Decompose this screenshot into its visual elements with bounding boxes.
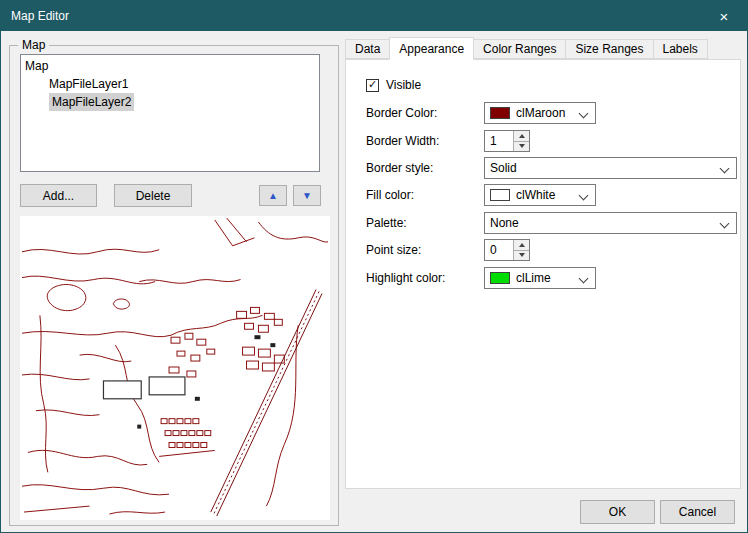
spin-down-icon [519, 253, 525, 257]
add-button-label: Add... [43, 189, 74, 203]
visible-label: Visible [386, 78, 421, 92]
point-size-row: Point size: 0 [366, 239, 530, 261]
palette-row: Palette: None [366, 212, 737, 234]
tree-item-layer2[interactable]: MapFileLayer2 [21, 93, 319, 111]
border-style-combo[interactable]: Solid [484, 157, 737, 179]
fill-color-combo[interactable]: clWhite [484, 184, 596, 206]
title-bar[interactable]: Map Editor [1, 1, 747, 31]
border-width-row: Border Width: 1 [366, 130, 530, 152]
point-size-spinner[interactable]: 0 [484, 239, 530, 261]
spin-up-button[interactable] [514, 240, 529, 251]
palette-label: Palette: [366, 216, 484, 230]
highlight-color-label: Highlight color: [366, 271, 484, 285]
cancel-button[interactable]: Cancel [660, 500, 735, 524]
highlight-color-swatch [490, 272, 510, 284]
tab-strip: Data Appearance Color Ranges Size Ranges… [345, 39, 707, 59]
add-button[interactable]: Add... [20, 184, 97, 207]
border-width-label: Border Width: [366, 134, 484, 148]
tree-item-label: MapFileLayer1 [49, 77, 128, 91]
palette-value: None [490, 216, 519, 230]
arrow-down-icon: ▼ [302, 190, 312, 201]
fill-color-row: Fill color: clWhite [366, 184, 596, 206]
fill-color-value: clWhite [516, 188, 555, 202]
delete-button-label: Delete [136, 189, 171, 203]
spin-up-icon [519, 134, 525, 138]
map-preview [20, 216, 330, 520]
close-icon[interactable]: × [701, 1, 747, 31]
tree-root-label: Map [25, 59, 48, 73]
spin-up-button[interactable] [514, 131, 529, 142]
spin-down-icon [519, 144, 525, 148]
tab-label: Color Ranges [483, 42, 556, 56]
layer-tree[interactable]: Map MapFileLayer1 MapFileLayer2 [20, 54, 320, 172]
border-color-combo[interactable]: clMaroon [484, 102, 596, 124]
border-style-row: Border style: Solid [366, 157, 737, 179]
border-color-swatch [490, 107, 510, 119]
tab-data[interactable]: Data [345, 39, 390, 59]
point-size-label: Point size: [366, 243, 484, 257]
checkmark-icon: ✓ [368, 79, 377, 90]
chevron-down-icon [579, 191, 589, 201]
chevron-down-icon [720, 219, 730, 229]
tab-label: Appearance [399, 42, 464, 56]
ok-button-label: OK [609, 505, 626, 519]
arrow-up-icon: ▲ [268, 190, 278, 201]
delete-button[interactable]: Delete [114, 184, 192, 207]
tab-labels[interactable]: Labels [653, 39, 708, 59]
chevron-down-icon [579, 109, 589, 119]
tree-item-root[interactable]: Map [21, 57, 319, 75]
map-editor-dialog: Map Editor × Map Map MapFileLayer1 MapFi… [0, 0, 748, 533]
move-layer-down-button[interactable]: ▼ [293, 185, 321, 206]
highlight-color-row: Highlight color: clLime [366, 267, 596, 289]
tab-appearance[interactable]: Appearance [389, 37, 474, 60]
window-title: Map Editor [11, 9, 69, 23]
ok-button[interactable]: OK [580, 500, 655, 524]
border-color-label: Border Color: [366, 106, 484, 120]
map-groupbox-label: Map [18, 38, 49, 52]
cancel-button-label: Cancel [679, 505, 716, 519]
chevron-down-icon [720, 164, 730, 174]
spin-down-button[interactable] [514, 142, 529, 152]
spinner-buttons [513, 131, 529, 151]
tab-label: Data [355, 42, 380, 56]
palette-combo[interactable]: None [484, 212, 737, 234]
tab-color-ranges[interactable]: Color Ranges [473, 39, 566, 59]
border-color-row: Border Color: clMaroon [366, 102, 596, 124]
fill-color-label: Fill color: [366, 188, 484, 202]
border-width-value: 1 [490, 134, 497, 148]
visible-checkbox[interactable]: ✓ [366, 79, 379, 92]
tab-label: Labels [663, 42, 698, 56]
appearance-tab-page: ✓ Visible Border Color: clMaroon Border … [345, 59, 741, 489]
border-color-value: clMaroon [516, 106, 565, 120]
map-groupbox: Map Map MapFileLayer1 MapFileLayer2 Add.… [9, 45, 339, 526]
move-layer-up-button[interactable]: ▲ [259, 185, 287, 206]
tab-label: Size Ranges [575, 42, 643, 56]
spinner-buttons [513, 240, 529, 260]
map-preview-drawing [20, 216, 330, 520]
fill-color-swatch [490, 189, 510, 201]
tree-item-layer1[interactable]: MapFileLayer1 [21, 75, 319, 93]
point-size-value: 0 [490, 243, 497, 257]
spin-down-button[interactable] [514, 251, 529, 261]
visible-row: ✓ Visible [366, 74, 421, 96]
tab-size-ranges[interactable]: Size Ranges [565, 39, 653, 59]
chevron-down-icon [579, 274, 589, 284]
highlight-color-combo[interactable]: clLime [484, 267, 596, 289]
border-width-spinner[interactable]: 1 [484, 130, 530, 152]
border-style-label: Border style: [366, 161, 484, 175]
spin-up-icon [519, 243, 525, 247]
tree-item-label-selected: MapFileLayer2 [49, 93, 134, 111]
highlight-color-value: clLime [516, 271, 551, 285]
border-style-value: Solid [490, 161, 517, 175]
